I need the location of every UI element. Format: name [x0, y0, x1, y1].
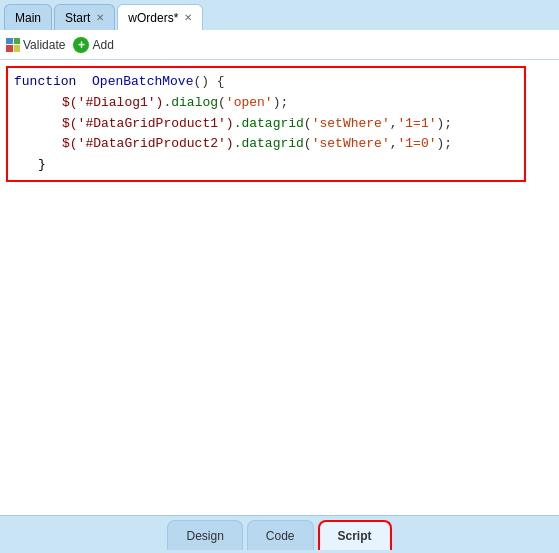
bottom-tab-code[interactable]: Code	[247, 520, 314, 550]
toolbar: Validate + Add	[0, 30, 559, 60]
tab-start-label: Start	[65, 11, 90, 25]
code-line-2: $('#Dialog1').dialog('open');	[62, 93, 518, 114]
function-name: OpenBatchMove	[92, 72, 193, 93]
tab-worders-close[interactable]: ✕	[184, 12, 192, 23]
bottom-tab-script[interactable]: Script	[318, 520, 392, 550]
code-line-1: function OpenBatchMove () {	[14, 72, 518, 93]
code-line-3: $('#DataGridProduct1').datagrid('setWher…	[62, 114, 518, 135]
tab-bar: Main Start ✕ wOrders* ✕	[0, 0, 559, 30]
keyword-function: function	[14, 72, 76, 93]
add-label: Add	[92, 38, 113, 52]
tab-start[interactable]: Start ✕	[54, 4, 115, 30]
tab-worders-label: wOrders*	[128, 11, 178, 25]
code-line-4: $('#DataGridProduct2').datagrid('setWher…	[62, 134, 518, 155]
add-button[interactable]: + Add	[73, 37, 113, 53]
bottom-tab-design[interactable]: Design	[167, 520, 242, 550]
code-block: function OpenBatchMove () { $('#Dialog1'…	[6, 66, 526, 182]
bottom-tab-code-label: Code	[266, 529, 295, 543]
tab-worders[interactable]: wOrders* ✕	[117, 4, 203, 30]
bottom-tab-bar: Design Code Script	[0, 515, 559, 553]
tab-start-close[interactable]: ✕	[96, 12, 104, 23]
code-editor[interactable]: function OpenBatchMove () { $('#Dialog1'…	[0, 60, 559, 515]
tab-main-label: Main	[15, 11, 41, 25]
bottom-tab-script-label: Script	[338, 529, 372, 543]
validate-icon	[6, 38, 20, 52]
tab-main[interactable]: Main	[4, 4, 52, 30]
validate-button[interactable]: Validate	[6, 38, 65, 52]
add-icon: +	[73, 37, 89, 53]
bottom-tab-design-label: Design	[186, 529, 223, 543]
validate-label: Validate	[23, 38, 65, 52]
code-line-5: }	[38, 155, 518, 176]
